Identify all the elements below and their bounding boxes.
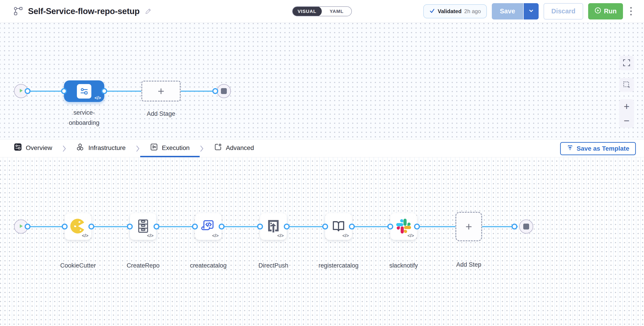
stage-label: service-onboarding [62, 108, 107, 128]
connector-port [61, 88, 67, 94]
more-options-button[interactable] [628, 5, 634, 17]
connector-port [349, 224, 355, 230]
start-play-icon [18, 223, 24, 230]
step-label: createcatalog [181, 261, 236, 271]
connector-port [154, 224, 160, 230]
stage-tab-bar: Overview Infrastructure Execution [0, 140, 644, 157]
add-stage-label: Add Stage [142, 109, 180, 119]
stage-connector-line [28, 91, 215, 92]
fit-to-screen-button[interactable] [619, 56, 634, 70]
step-node-cookiecutter[interactable]: </> [65, 213, 91, 240]
check-icon [429, 8, 435, 15]
connector-port [88, 224, 94, 230]
infrastructure-icon [77, 143, 84, 152]
toggle-yaml[interactable]: YAML [322, 6, 352, 16]
stage-end-node [217, 84, 231, 98]
code-badge: </> [277, 233, 284, 238]
stage-node-service-onboarding[interactable]: </> [64, 80, 104, 102]
zoom-out-button[interactable]: − [619, 113, 634, 128]
cookiecutter-icon [70, 218, 86, 235]
connector-port [512, 224, 517, 230]
connector-port [25, 88, 30, 94]
validated-badge[interactable]: Validated 2h ago [423, 4, 487, 18]
code-badge: </> [82, 233, 88, 238]
marquee-select-button[interactable] [619, 78, 634, 92]
plus-icon: + [158, 85, 164, 97]
selection-box-icon [622, 81, 631, 89]
visual-yaml-toggle: VISUAL YAML [292, 6, 352, 16]
step-node-createcatalog[interactable]: </> [195, 213, 222, 240]
step-label: CreateRepo [116, 261, 170, 271]
edit-pencil-icon[interactable] [144, 8, 152, 15]
start-play-icon [18, 88, 24, 94]
registercatalog-icon [330, 218, 346, 235]
upload-icon [567, 144, 574, 153]
step-label: slacknotify [376, 261, 431, 271]
stop-square-icon [523, 224, 529, 230]
step-label: DirectPush [246, 261, 300, 271]
chevron-down-icon [528, 8, 534, 15]
connector-port [414, 224, 420, 230]
stage-canvas[interactable]: </> + service-onboarding Add Stage + − [0, 23, 644, 140]
validated-time: 2h ago [464, 8, 481, 15]
step-label: CookieCutter [51, 261, 105, 271]
code-badge: </> [212, 233, 219, 238]
run-button[interactable]: Run [588, 3, 623, 20]
zoom-in-button[interactable]: + [619, 99, 634, 113]
connector-port [62, 224, 68, 230]
execution-end-node [519, 220, 533, 234]
connector-port [284, 224, 290, 230]
tab-label: Overview [26, 144, 52, 151]
directpush-icon [266, 218, 281, 235]
code-badge: </> [147, 233, 154, 238]
connector-port [192, 224, 198, 230]
execution-canvas[interactable]: </> </> </> [0, 157, 644, 326]
save-as-template-label: Save as Template [576, 145, 629, 152]
tab-overview[interactable]: Overview [4, 140, 62, 157]
chevron-separator-icon [62, 145, 67, 152]
step-node-registercatalog[interactable]: </> [325, 213, 352, 240]
tab-advanced[interactable]: Advanced [204, 140, 264, 157]
custom-stage-icon [77, 84, 91, 99]
tab-label: Infrastructure [88, 144, 126, 151]
add-step-button[interactable]: + [456, 212, 482, 241]
createcatalog-icon [200, 218, 216, 235]
tab-execution[interactable]: Execution [140, 140, 200, 157]
overview-icon [14, 143, 22, 152]
discard-button[interactable]: Discard [544, 3, 583, 20]
code-badge: </> [94, 95, 101, 101]
execution-icon [150, 143, 158, 152]
toggle-visual[interactable]: VISUAL [292, 6, 322, 16]
run-label: Run [604, 8, 617, 15]
advanced-icon [214, 143, 222, 152]
connector-port [25, 224, 30, 230]
code-badge: </> [408, 233, 414, 238]
top-header: Self-Service-flow-repo-setup VISUAL YAML… [0, 0, 644, 23]
connector-port [322, 224, 328, 230]
stop-square-icon [221, 88, 227, 94]
connector-port [257, 224, 263, 230]
step-node-createrepo[interactable]: </> [130, 213, 156, 240]
tab-label: Advanced [226, 144, 254, 151]
step-node-slacknotify[interactable]: </> [390, 213, 417, 240]
add-step-label: Add Step [444, 260, 494, 270]
connector-port [212, 88, 218, 94]
slack-icon [396, 219, 411, 234]
add-stage-button[interactable]: + [141, 81, 181, 101]
code-badge: </> [342, 233, 349, 238]
save-split-button: Save [492, 3, 539, 20]
tab-infrastructure[interactable]: Infrastructure [67, 140, 136, 157]
plus-icon: + [465, 221, 472, 232]
connector-port [101, 88, 107, 94]
step-label: registercatalog [311, 261, 366, 271]
connector-port [219, 224, 224, 230]
step-node-directpush[interactable]: </> [260, 213, 287, 240]
pipeline-icon [13, 6, 23, 17]
validated-label: Validated [438, 8, 462, 15]
tab-label: Execution [162, 144, 190, 151]
save-as-template-button[interactable]: Save as Template [560, 142, 636, 155]
fullscreen-icon [623, 59, 630, 67]
save-dropdown-button[interactable] [524, 3, 539, 20]
save-button[interactable]: Save [492, 3, 524, 20]
play-circle-icon [594, 7, 601, 16]
